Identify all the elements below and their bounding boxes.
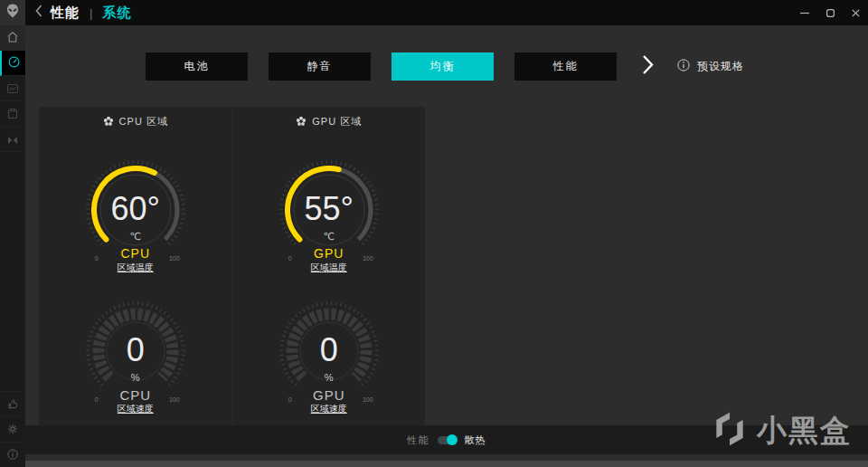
sidebar-item-home[interactable] <box>0 25 25 51</box>
gauge-max-label: 100 <box>358 255 378 262</box>
sidebar-spacer <box>0 152 25 391</box>
close-icon <box>852 5 860 21</box>
heybox-logo-icon <box>710 409 750 453</box>
back-button[interactable] <box>35 5 42 21</box>
gpu-zone: GPU 区域 55° ℃ GPU 区域温度 0 100 0 % GPU 区域速度… <box>232 107 426 425</box>
title-separator: | <box>90 6 92 20</box>
gpu-temp-label: GPU <box>257 246 401 261</box>
gauge-min-label: 0 <box>87 255 107 262</box>
gauge-min-label: 0 <box>280 396 300 403</box>
toggle-left-label: 性能 <box>408 434 429 447</box>
tab-battery[interactable]: 电池 <box>146 52 248 81</box>
fx-fusion-icon <box>7 131 18 148</box>
fan-icon <box>103 116 114 129</box>
settings-gear-icon <box>7 422 18 438</box>
sidebar-item-library[interactable] <box>0 76 25 101</box>
performance-cooling-toggle[interactable] <box>438 436 457 444</box>
back-chevron-icon <box>35 5 42 21</box>
tab-balanced-label: 均衡 <box>430 59 456 74</box>
library-graph-icon <box>7 81 18 97</box>
cpu-speed-unit: % <box>63 372 208 383</box>
tab-performance[interactable]: 性能 <box>514 52 617 81</box>
tab-balanced[interactable]: 均衡 <box>392 52 494 81</box>
gpu-temp-value: 55° <box>257 190 401 228</box>
titlebar: 性能 | 系统 <box>0 0 868 25</box>
tab-performance-label: 性能 <box>553 59 579 74</box>
maximize-icon <box>826 5 835 21</box>
close-button[interactable] <box>843 0 868 25</box>
fan-icon <box>296 116 307 129</box>
thermal-panel: CPU 区域 60° ℃ CPU 区域温度 0 100 0 % CPU 区域速度… <box>39 107 425 425</box>
gpu-speed-gauge: 0 % GPU 区域速度 0 100 <box>257 286 401 422</box>
cpu-speed-gauge: 0 % CPU 区域速度 0 100 <box>63 286 208 422</box>
sidebar-item-fusion[interactable] <box>0 127 25 152</box>
section-title: 性能 <box>51 5 80 22</box>
preset-specs-button[interactable]: 预设规格 <box>677 59 744 74</box>
gpu-speed-unit: % <box>257 372 401 383</box>
gpu-speed-sublabel: 区域速度 <box>257 403 401 415</box>
performance-gauge-icon <box>8 55 20 71</box>
gpu-zone-title: GPU 区域 <box>312 115 362 129</box>
sidebar-item-feedback[interactable] <box>0 391 25 416</box>
gpu-zone-header: GPU 区域 <box>233 107 426 129</box>
chevron-right-icon <box>642 54 654 79</box>
cpu-temp-gauge: 60° ℃ CPU 区域温度 0 100 <box>63 145 208 281</box>
tab-silent-label: 静音 <box>307 59 333 74</box>
tab-silent[interactable]: 静音 <box>269 52 371 81</box>
app-logo-cell <box>0 0 25 25</box>
sidebar-top-group <box>0 25 25 152</box>
cpu-temp-label: CPU <box>63 246 208 261</box>
gpu-temp-unit: ℃ <box>257 231 401 243</box>
info-circle-icon <box>677 59 690 74</box>
preset-specs-label: 预设规格 <box>697 59 744 74</box>
info-icon <box>7 447 18 463</box>
sidebar-bottom-group <box>0 391 25 467</box>
sidebar-item-content[interactable] <box>0 101 25 127</box>
mode-tabs-row: 电池 静音 均衡 性能 预设规格 <box>146 52 744 81</box>
tab-battery-label: 电池 <box>184 59 210 74</box>
cpu-zone-header: CPU 区域 <box>39 107 232 129</box>
content-box-icon <box>8 106 17 122</box>
cpu-speed-sublabel: 区域速度 <box>63 403 208 415</box>
sidebar-item-performance[interactable] <box>0 51 25 76</box>
more-modes-button[interactable] <box>637 52 657 81</box>
cpu-speed-label: CPU <box>63 387 208 403</box>
toggle-right-label: 散热 <box>465 434 486 447</box>
cpu-zone: CPU 区域 60° ℃ CPU 区域温度 0 100 0 % CPU 区域速度… <box>39 107 232 425</box>
cpu-temp-unit: ℃ <box>63 231 208 243</box>
alien-head-icon <box>6 4 19 22</box>
gpu-temp-sublabel: 区域温度 <box>257 262 401 274</box>
gauge-max-label: 100 <box>165 255 184 262</box>
cpu-temp-sublabel: 区域温度 <box>63 262 208 274</box>
footer-strip <box>25 461 868 467</box>
page-title: 系统 <box>102 5 131 22</box>
sidebar <box>0 25 25 467</box>
gauge-min-label: 0 <box>87 396 107 403</box>
gpu-temp-gauge: 55° ℃ GPU 区域温度 0 100 <box>257 145 401 281</box>
minimize-icon <box>800 5 809 21</box>
watermark-text: 小黑盒 <box>757 411 852 452</box>
gauge-max-label: 100 <box>165 396 184 403</box>
cpu-speed-value: 0 <box>63 331 208 369</box>
thumbs-up-icon <box>8 396 18 413</box>
gpu-speed-value: 0 <box>257 331 401 369</box>
minimize-button[interactable] <box>792 0 817 25</box>
sidebar-item-settings[interactable] <box>0 416 25 442</box>
home-icon <box>7 30 18 46</box>
toggle-knob <box>447 434 458 445</box>
maximize-button[interactable] <box>817 0 843 25</box>
watermark: 小黑盒 <box>710 409 852 453</box>
sidebar-item-about[interactable] <box>0 442 25 467</box>
app-window: 性能 | 系统 <box>0 0 868 467</box>
cpu-zone-title: CPU 区域 <box>119 115 168 129</box>
gauge-max-label: 100 <box>358 396 378 403</box>
gauge-min-label: 0 <box>280 255 300 262</box>
cpu-temp-value: 60° <box>63 190 208 228</box>
gpu-speed-label: GPU <box>257 387 401 403</box>
window-controls <box>792 0 868 25</box>
